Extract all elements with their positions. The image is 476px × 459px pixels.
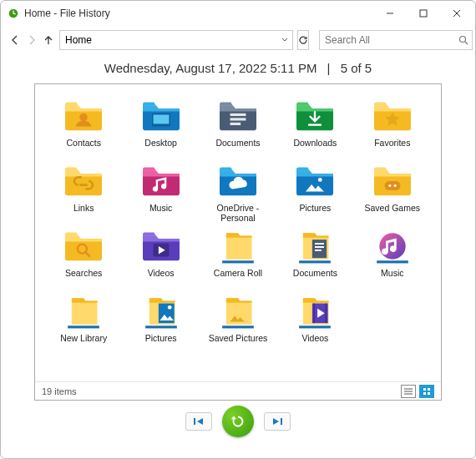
searches-icon — [62, 228, 105, 265]
saved-pictures-lib-icon — [216, 293, 260, 330]
svg-rect-32 — [145, 325, 177, 328]
folder-label: Videos — [301, 333, 328, 353]
previous-version-button[interactable] — [185, 412, 212, 431]
folder-item[interactable]: Links — [47, 163, 120, 223]
forward-button[interactable] — [26, 31, 38, 49]
svg-point-5 — [460, 37, 466, 43]
camera-roll-lib-icon — [216, 228, 260, 265]
svg-rect-43 — [423, 388, 426, 391]
view-details-button[interactable] — [401, 385, 416, 398]
folder-label: New Library — [60, 333, 107, 353]
documents-steel-icon — [216, 98, 260, 134]
svg-point-16 — [318, 178, 322, 182]
snapshot-header: Wednesday, August 17, 2022 5:11 PM | 5 o… — [104, 61, 372, 75]
search-input[interactable] — [320, 34, 455, 46]
up-button[interactable] — [43, 31, 54, 49]
folder-label: Searches — [65, 268, 102, 288]
folder-item[interactable]: Videos — [278, 293, 352, 353]
pictures-folder-icon — [293, 163, 337, 199]
folder-label: Favorites — [374, 138, 410, 158]
music-lib-icon — [371, 228, 414, 265]
svg-rect-44 — [428, 388, 430, 391]
folder-label: Saved Games — [365, 203, 421, 223]
folder-item[interactable]: Downloads — [278, 98, 352, 158]
folder-item[interactable]: Music — [356, 228, 429, 288]
svg-rect-46 — [428, 392, 430, 395]
svg-line-6 — [465, 42, 468, 44]
address-bar[interactable] — [59, 30, 293, 50]
folder-label: OneDrive - Personal — [205, 203, 271, 223]
folder-label: Pictures — [145, 333, 177, 353]
window-title: Home - File History — [24, 8, 373, 19]
close-button[interactable] — [440, 2, 473, 25]
svg-rect-28 — [315, 250, 322, 251]
svg-rect-13 — [230, 123, 241, 125]
folder-item[interactable]: Favorites — [356, 98, 429, 158]
address-dropdown-icon[interactable] — [277, 37, 292, 43]
folder-item[interactable]: Documents — [278, 228, 352, 288]
folder-label: Music — [149, 203, 172, 223]
svg-rect-12 — [230, 118, 246, 120]
svg-rect-26 — [315, 243, 324, 245]
svg-rect-2 — [420, 10, 427, 17]
folder-item[interactable]: Saved Pictures — [201, 293, 275, 353]
folder-item[interactable]: Searches — [47, 228, 120, 288]
svg-rect-47 — [194, 418, 195, 425]
svg-rect-11 — [230, 113, 246, 116]
folder-item[interactable]: Documents — [201, 98, 275, 158]
nav-bar — [1, 26, 475, 54]
folder-item[interactable]: Contacts — [47, 98, 120, 158]
snapshot-pager: 5 of 5 — [341, 61, 372, 75]
desktop-icon — [139, 98, 183, 134]
title-bar: Home - File History — [1, 1, 475, 26]
restore-button[interactable] — [222, 406, 254, 437]
games-icon — [371, 163, 414, 199]
folder-item[interactable]: Saved Games — [356, 163, 429, 223]
status-item-count: 19 items — [42, 386, 77, 396]
folder-label: Pictures — [299, 203, 331, 223]
view-icons-button[interactable] — [419, 385, 434, 398]
music-folder-icon — [139, 163, 183, 199]
folder-label: Music — [381, 268, 403, 288]
folder-label: Desktop — [144, 138, 177, 158]
folder-label: Documents — [215, 138, 260, 158]
svg-rect-45 — [423, 392, 426, 395]
folder-item[interactable]: Videos — [124, 228, 197, 288]
minimize-button[interactable] — [373, 2, 407, 25]
svg-rect-25 — [312, 240, 327, 258]
videos-folder-icon — [139, 228, 183, 265]
maximize-button[interactable] — [407, 2, 440, 25]
pictures-lib-icon — [139, 293, 183, 330]
folder-item[interactable]: Pictures — [278, 163, 352, 223]
folder-label: Links — [73, 203, 94, 223]
app-icon — [8, 8, 19, 19]
search-icon — [455, 35, 472, 45]
folder-item[interactable]: New Library — [47, 293, 120, 353]
address-input[interactable] — [60, 34, 277, 46]
folder-item[interactable]: Pictures — [124, 293, 197, 353]
svg-rect-27 — [315, 246, 324, 248]
folder-label: Saved Pictures — [209, 333, 268, 353]
svg-rect-35 — [222, 325, 254, 328]
svg-rect-14 — [309, 124, 322, 125]
folder-label: Contacts — [66, 138, 100, 158]
svg-rect-31 — [68, 325, 99, 328]
svg-point-34 — [167, 305, 171, 310]
folder-item[interactable]: Camera Roll — [201, 228, 275, 288]
folder-label: Videos — [148, 268, 175, 288]
folder-item[interactable]: Music — [124, 163, 197, 223]
next-version-button[interactable] — [264, 412, 291, 431]
svg-rect-23 — [222, 260, 254, 263]
onedrive-icon — [216, 163, 260, 199]
search-box[interactable] — [319, 30, 473, 50]
refresh-button[interactable] — [297, 30, 309, 50]
folder-item[interactable]: OneDrive - Personal — [201, 163, 275, 223]
documents-lib-icon — [293, 228, 337, 265]
videos-lib-icon — [293, 293, 337, 330]
version-controls — [185, 406, 291, 437]
back-button[interactable] — [9, 31, 21, 49]
folder-item[interactable]: Desktop — [124, 98, 197, 158]
svg-rect-29 — [377, 260, 408, 263]
favorites-icon — [371, 98, 414, 134]
svg-rect-48 — [281, 418, 282, 425]
